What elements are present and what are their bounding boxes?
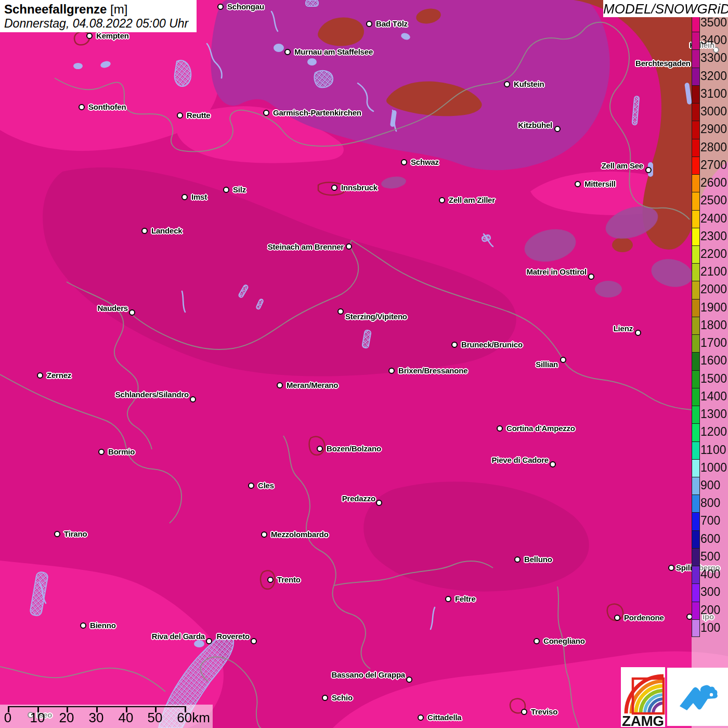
city-dot (267, 577, 274, 583)
city-label: Kufstein (514, 80, 544, 89)
city-dot (322, 695, 328, 701)
city-dot (277, 382, 283, 388)
scale-tick-label: 50 (148, 710, 163, 726)
city-dot (217, 4, 224, 10)
city-label: Predazzo (342, 494, 375, 503)
city-dot (406, 677, 412, 683)
title-text: Schneefallgrenze (4, 2, 107, 16)
city-dot (445, 596, 451, 602)
scale-tick-label: 60km (177, 710, 210, 726)
city-dot (261, 531, 267, 538)
city-dot (550, 461, 556, 467)
title-box: Schneefallgrenze [m] Donnerstag, 04.08.2… (0, 0, 197, 32)
city-dot (635, 330, 641, 336)
city-dot (337, 308, 344, 315)
scale-tick-label: 10 (30, 710, 45, 726)
city-dot (317, 446, 323, 452)
city-dot (80, 622, 86, 629)
city-label: Mittersill (584, 179, 616, 189)
city-label: Landeck (151, 226, 182, 236)
city-dot (588, 274, 594, 280)
city-dot (514, 556, 521, 563)
city-label: Bienno (90, 621, 116, 630)
city-dot (98, 449, 105, 455)
city-label: Rovereto (217, 632, 250, 641)
city-dot (497, 425, 503, 432)
city-label: Matrei in Osttirol (526, 267, 587, 277)
city-label: Innsbruck (341, 183, 378, 192)
city-label: Brixen/Bressanone (398, 366, 467, 375)
title-unit: [m] (110, 2, 127, 16)
city-label: Bozen/Bolzano (327, 444, 381, 453)
city-label: Bassano del Grappa (332, 670, 405, 680)
city-label: Treviso (531, 707, 557, 717)
city-label: Imst (191, 192, 207, 202)
city-label: Bad Tölz (376, 19, 408, 29)
city-dot (331, 185, 337, 191)
city-label: Bruneck/Brunico (461, 340, 523, 349)
city-label: Cles (258, 481, 274, 490)
city-label: Zernez (47, 371, 71, 380)
city-label: Silz (233, 185, 246, 194)
city-label: Belluno (524, 555, 552, 564)
city-label: Sillian (536, 360, 558, 369)
city-label: Schongau (227, 2, 264, 11)
city-label: Trento (277, 575, 301, 584)
city-dot (401, 159, 407, 165)
city-dot (206, 638, 212, 644)
city-label: Zell am See (602, 161, 643, 171)
city-label: Feltre (455, 594, 476, 604)
zamg-logo-text: ZAMG (622, 713, 664, 727)
scale-tick-label: 20 (59, 710, 74, 726)
city-dot (388, 368, 395, 374)
city-dot (86, 33, 93, 39)
scale-tick-label: 0 (4, 710, 11, 726)
city-label: Kempten (96, 31, 129, 41)
city-label: Berchtesgaden (635, 59, 691, 68)
city-dot (181, 194, 188, 200)
city-dot (37, 372, 43, 379)
city-dot (534, 638, 540, 644)
city-label: Mezzolombardo (271, 530, 329, 539)
colorbar-panel (692, 17, 728, 728)
city-label: Riva del Garda (152, 632, 205, 641)
city-label: Pieve di Cadore (491, 456, 549, 465)
city-dot (418, 714, 424, 721)
city-label: Sterzing/Vipiteno (345, 312, 407, 321)
city-label: Nauders (97, 304, 128, 313)
snowgrid-logo (667, 668, 728, 726)
city-label: Schio (332, 693, 353, 703)
city-dot (376, 500, 382, 506)
city-dot (560, 357, 566, 363)
city-label: Meran/Merano (287, 381, 338, 390)
city-dot (504, 81, 510, 87)
city-label: Cortina d'Ampezzo (506, 424, 575, 433)
city-label: Schwaz (411, 158, 439, 167)
city-label: Zell am Ziller (449, 196, 495, 205)
city-label: Kitzbühel (518, 121, 552, 130)
city-dot (614, 615, 620, 621)
city-label: Reutte (187, 111, 210, 120)
city-label: Sonthofen (88, 102, 126, 112)
scale-tick-label: 40 (119, 710, 134, 726)
city-dot (79, 104, 85, 110)
city-dot (284, 49, 291, 55)
model-label: MODEL/SNOWGRiD (603, 0, 728, 17)
city-marker-layer: SchongauBad TölzKemptenHalleinMurnau am … (0, 0, 728, 728)
scale-tick-label: 30 (89, 710, 104, 726)
city-dot (645, 167, 652, 173)
city-dot (129, 309, 135, 316)
city-label: Schlanders/Silandro (115, 390, 189, 399)
page-title: Schneefallgrenze [m] (4, 2, 192, 17)
city-label: Garmisch-Partenkirchen (273, 108, 361, 118)
city-dot (366, 21, 372, 27)
city-label: Bormio (108, 447, 135, 457)
city-dot (248, 483, 254, 489)
city-dot (177, 112, 183, 119)
city-label: Cittadella (427, 713, 462, 722)
snowfall-limit-map: SchongauBad TölzKemptenHalleinMurnau am … (0, 0, 728, 728)
city-label: Conegliano (543, 636, 585, 646)
city-label: Pordenone (624, 613, 664, 622)
zamg-logo: ZAMG (621, 667, 665, 727)
city-dot (141, 228, 148, 234)
